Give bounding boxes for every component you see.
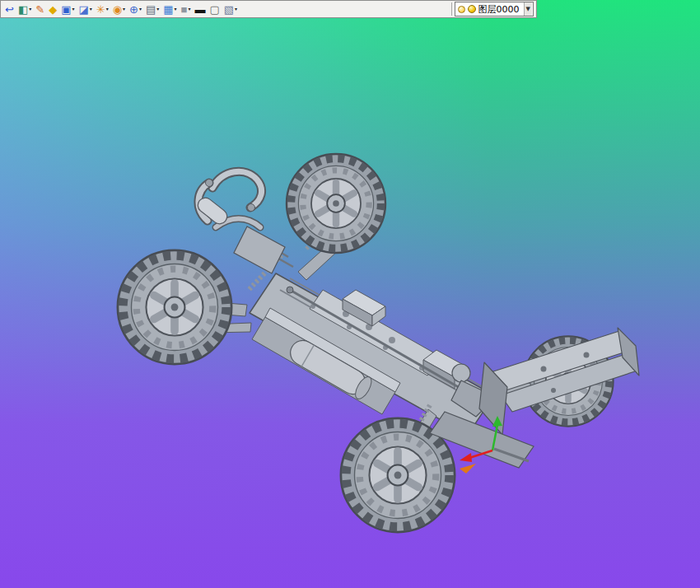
selection-marker xyxy=(460,464,476,474)
layer-visibility-bulb-icon[interactable] xyxy=(458,6,465,13)
cad-window: ↩ ◧ ▾ ✎ ◆ ▣ ▾ ◪ ▾ ✳ ▾ ◉ ▾ ⊕ xyxy=(0,0,700,588)
display-mode-icon: ◧ xyxy=(18,4,28,15)
wheel-front-left[interactable] xyxy=(118,250,231,364)
shaded-cube-button[interactable]: ■ ▾ xyxy=(180,1,193,17)
view-cube-icon: ▣ xyxy=(61,4,71,15)
sketch-pencil-icon: ✎ xyxy=(35,4,44,15)
layer-combo-value: 图层0000 xyxy=(478,3,521,16)
screen-display-button[interactable]: ▤ ▾ xyxy=(144,1,161,17)
dropdown-arrow-icon[interactable]: ▾ xyxy=(139,7,142,12)
rotate-view-icon: ⊕ xyxy=(129,4,138,15)
grid-snap-icon: ▦ xyxy=(163,4,173,15)
shaded-cube-icon: ■ xyxy=(181,4,188,15)
layer-combo[interactable]: 图层0000 ▼ xyxy=(455,2,534,16)
dropdown-arrow-icon[interactable]: ▾ xyxy=(188,7,190,12)
view-cube-button[interactable]: ▣ ▾ xyxy=(59,1,76,17)
layers-icon: ▧ xyxy=(224,4,234,15)
material-sphere-button[interactable]: ◉ ▾ xyxy=(111,1,127,17)
exit-sketch-icon: ↩ xyxy=(5,4,14,15)
front-assembly[interactable] xyxy=(195,171,285,273)
bg-color-icon: ▢ xyxy=(209,4,219,15)
dropdown-arrow-icon[interactable]: ▾ xyxy=(175,7,177,12)
rotate-view-button[interactable]: ⊕ ▾ xyxy=(128,1,143,17)
line-width-button[interactable]: ▬ xyxy=(193,1,207,17)
viewport-3d[interactable] xyxy=(0,0,700,588)
dropdown-arrow-icon[interactable]: ▾ xyxy=(90,7,92,12)
material-sphere-icon: ◉ xyxy=(113,4,122,15)
solid-display-button[interactable]: ◪ ▾ xyxy=(77,1,93,17)
render-wheel-button[interactable]: ✳ ▾ xyxy=(95,1,110,17)
main-toolbar: ↩ ◧ ▾ ✎ ◆ ▣ ▾ ◪ ▾ ✳ ▾ ◉ ▾ ⊕ xyxy=(0,0,537,18)
display-mode-button[interactable]: ◧ ▾ xyxy=(16,1,33,17)
dropdown-arrow-icon[interactable]: ▾ xyxy=(235,7,237,12)
dropdown-arrow-icon[interactable]: ▾ xyxy=(156,7,159,12)
dropdown-arrow-icon[interactable]: ▾ xyxy=(29,7,31,12)
dropdown-arrow-icon[interactable]: ▾ xyxy=(123,7,125,12)
layers-button[interactable]: ▧ ▾ xyxy=(222,1,239,17)
sketch-pencil-button[interactable]: ✎ xyxy=(34,1,46,17)
grid-snap-button[interactable]: ▦ ▾ xyxy=(161,1,178,17)
render-wheel-icon: ✳ xyxy=(96,4,105,15)
iso-view-icon: ◆ xyxy=(49,4,57,15)
wheel-front-right[interactable] xyxy=(287,154,385,253)
iso-view-button[interactable]: ◆ xyxy=(47,1,58,17)
layer-combo-dropdown-arrow[interactable]: ▼ xyxy=(524,2,532,16)
solid-display-icon: ◪ xyxy=(78,4,88,15)
bg-color-button[interactable]: ▢ xyxy=(208,1,221,17)
dropdown-arrow-icon[interactable]: ▾ xyxy=(106,7,109,12)
dropdown-arrow-icon[interactable]: ▾ xyxy=(72,7,74,12)
line-width-icon: ▬ xyxy=(194,4,205,15)
layer-group: 图层0000 ▼ xyxy=(449,2,534,16)
exit-sketch-button[interactable]: ↩ xyxy=(3,1,16,17)
toolbar-separator xyxy=(451,2,452,16)
layer-color-sphere-icon[interactable] xyxy=(468,5,476,13)
screen-display-icon: ▤ xyxy=(146,4,156,15)
